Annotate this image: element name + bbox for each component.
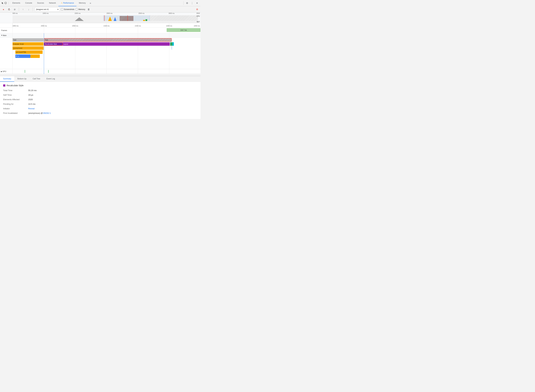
svg-point-3 <box>9 9 9 10</box>
net-label: NET <box>197 21 200 23</box>
cursor-icon[interactable] <box>1 2 4 5</box>
ruler-label-2050: 2050 ms <box>72 25 78 27</box>
parse-layout-bar[interactable]: P...L <box>15 55 30 58</box>
summary-row-initiator: Initiator Reveal <box>3 107 197 110</box>
ruler-label-1500: 1500 ms <box>75 13 80 14</box>
more-icon[interactable]: ⋮ <box>190 1 194 5</box>
ruler-label-2200: 2200 ms <box>166 25 172 27</box>
screenshots-checkbox-label[interactable]: Screenshots <box>61 8 74 10</box>
task-bar-hatch[interactable]: Task <box>44 38 172 42</box>
ruler-label-2000: 2000 ms <box>41 25 47 27</box>
ruler-label-3000: 3000 ms <box>169 13 174 14</box>
ruler-label-2000: 2000 ms <box>107 13 113 14</box>
cursor-icons <box>1 2 9 5</box>
yellow-small-bar <box>30 55 40 58</box>
summary-row-total-time: Total Time 55.20 ms <box>3 89 197 92</box>
pending-for-key: Pending for <box>3 103 28 105</box>
initiator-reveal-link[interactable]: Reveal <box>28 107 34 110</box>
divider <box>19 8 19 11</box>
frames-content: 116.7 ms <box>13 28 201 33</box>
tab-summary[interactable]: Summary <box>0 76 14 82</box>
nav-tabs: Elements Console Sources Network ⚠ Perfo… <box>10 0 182 6</box>
tab-network[interactable]: Network <box>47 0 58 6</box>
tab-console[interactable]: Console <box>23 0 35 6</box>
settings-red-icon[interactable]: ⚙ <box>195 7 199 12</box>
ruler-label-2100: 2100 ms <box>103 25 109 27</box>
total-time-key: Total Time <box>3 89 28 92</box>
evaluate-script-bar[interactable]: Evaluate Script <box>13 42 43 46</box>
layout-bar[interactable]: Layout <box>63 42 170 46</box>
memory-checkbox[interactable] <box>76 8 78 10</box>
frames-label: Frames <box>0 28 13 33</box>
gpu-tick-2 <box>48 70 49 73</box>
recalculate-style-bar[interactable]: Recalculate Style <box>44 42 63 46</box>
divider <box>33 8 33 11</box>
scrollbar-area[interactable] <box>0 74 201 76</box>
reload-record-button[interactable] <box>7 7 11 12</box>
bottom-tabs: Summary Bottom-Up Call Tree Event Log <box>0 76 201 82</box>
set-innerhtml-bar[interactable]: set innerHTML <box>15 50 42 54</box>
cursor-indicator-2 <box>172 46 172 50</box>
profile-select[interactable]: jlwagner.net #1 ▾ <box>35 7 60 12</box>
dropdown-arrow-icon: ▾ <box>57 8 58 10</box>
ruler-label-1950: 1950 ms <box>13 25 19 27</box>
ruler-label-500: 500 ms <box>13 13 18 14</box>
self-time-key: Self Time <box>3 94 28 96</box>
ruler-label-2250: 2250 ms <box>194 25 200 27</box>
tab-memory[interactable]: Memory <box>76 0 88 6</box>
summary-row-first-invalidated: First Invalidated (anonymous) @ VM262:1 <box>3 112 197 114</box>
frame-block[interactable]: 116.7 ms <box>167 28 201 32</box>
trash-button[interactable]: 🗑 <box>86 7 91 12</box>
screenshots-checkbox[interactable] <box>61 8 63 10</box>
gpu-tick-1 <box>25 70 25 73</box>
performance-toolbar: ● ⊘ ↑ ↓ jlwagner.net #1 ▾ Screenshots Me… <box>0 6 201 13</box>
bottom-content: Recalculate Style Total Time 55.20 ms Se… <box>0 82 201 119</box>
first-invalidated-anonymous: (anonymous) @ <box>28 112 43 114</box>
tab-sources[interactable]: Sources <box>35 0 47 6</box>
frames-row: Frames 116.7 ms <box>0 28 201 33</box>
summary-row-elements-affected: Elements Affected 1520 <box>3 98 197 101</box>
main-content: Task Task Evaluate Script Recalculate St… <box>0 37 201 69</box>
main-section-header: ▼ Main <box>0 33 201 37</box>
cursor-indicator-1 <box>171 42 171 46</box>
record-button[interactable]: ● <box>1 7 6 12</box>
pending-for-value: 14.5 ms <box>28 103 35 105</box>
overview-ruler[interactable]: 500 ms 1000 ms 1500 ms 2000 ms 2500 ms 3… <box>0 13 201 23</box>
overflow-button[interactable]: » <box>88 1 93 5</box>
timeline-ruler: 1950 ms 2000 ms 2050 ms 2100 ms 2150 ms … <box>0 23 201 28</box>
task-bar-left[interactable]: Task <box>13 38 43 42</box>
elements-affected-value: 1520 <box>28 98 33 101</box>
initiator-key: Initiator <box>3 107 28 110</box>
elements-affected-key: Elements Affected <box>3 98 28 101</box>
tab-bottom-up[interactable]: Bottom-Up <box>14 76 29 82</box>
main-collapse-arrow[interactable]: ▼ <box>1 34 3 36</box>
ruler-label-2500: 2500 ms <box>138 13 144 14</box>
devtools-toolbar: Elements Console Sources Network ⚠ Perfo… <box>0 0 201 6</box>
inspect-icon[interactable] <box>4 2 7 5</box>
tab-call-tree[interactable]: Call Tree <box>30 76 43 82</box>
first-invalidated-key: First Invalidated <box>3 112 28 114</box>
anonymous-bar[interactable]: (anonymous) <box>13 46 43 50</box>
summary-row-self-time: Self Time 19 μs <box>3 94 197 96</box>
memory-checkbox-label[interactable]: Memory <box>76 8 85 10</box>
timeline-container: 500 ms 1000 ms 1500 ms 2000 ms 2500 ms 3… <box>0 13 201 76</box>
total-time-value: 55.20 ms <box>28 89 37 92</box>
summary-row-pending-for: Pending for 14.5 ms <box>3 103 197 105</box>
tab-performance[interactable]: ⚠ Performance <box>58 0 76 6</box>
summary-color-swatch <box>3 84 5 87</box>
cpu-label: CPU <box>197 15 200 17</box>
teal-block <box>172 42 174 46</box>
svg-rect-0 <box>5 2 6 4</box>
warning-icon: ⚠ <box>61 2 62 4</box>
bottom-panel: Summary Bottom-Up Call Tree Event Log Re… <box>0 76 201 119</box>
settings-icon[interactable]: ⚙ <box>185 1 189 5</box>
ruler-label-2150: 2150 ms <box>135 25 141 27</box>
clear-button[interactable]: ⊘ <box>13 7 17 12</box>
first-invalidated-link[interactable]: VM262:1 <box>43 112 51 114</box>
download-button[interactable]: ↓ <box>27 7 31 12</box>
tab-elements[interactable]: Elements <box>10 0 23 6</box>
upload-button[interactable]: ↑ <box>21 7 25 12</box>
gpu-collapse-arrow[interactable]: ▶ <box>1 71 2 72</box>
tab-event-log[interactable]: Event Log <box>43 76 58 82</box>
close-icon[interactable]: ✕ <box>195 1 199 5</box>
